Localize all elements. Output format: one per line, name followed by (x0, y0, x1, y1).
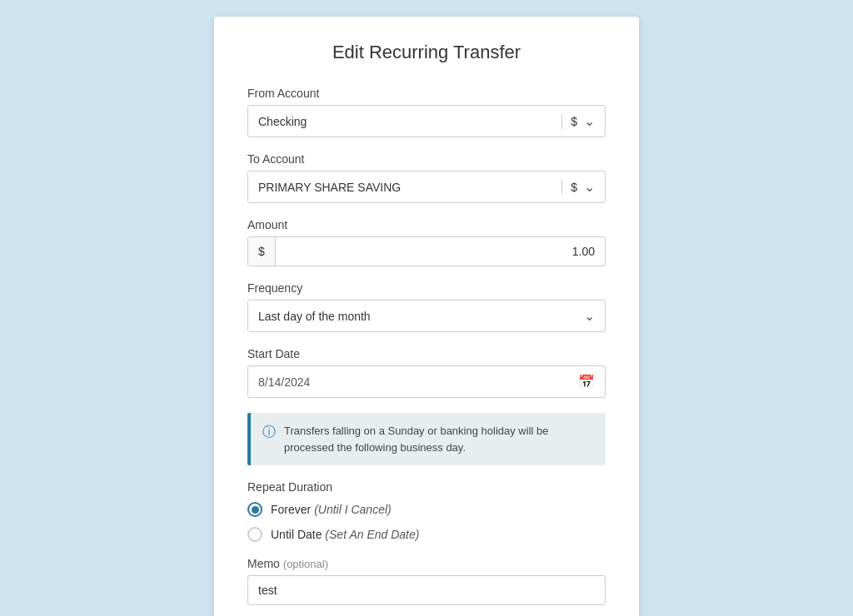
from-account-label: From Account (247, 87, 606, 100)
repeat-until-label: Until Date (Set An End Date) (271, 528, 419, 541)
calendar-icon[interactable]: 📅 (578, 374, 595, 390)
from-account-divider (561, 114, 562, 129)
amount-group: Amount $ (247, 218, 606, 266)
to-account-dollar: $ (571, 181, 577, 194)
from-account-chevron-icon: ⌄ (584, 113, 595, 129)
amount-label: Amount (247, 218, 606, 231)
frequency-select[interactable]: Last day of the month ⌄ (247, 300, 606, 332)
frequency-value: Last day of the month (258, 310, 584, 323)
to-account-group: To Account PRIMARY SHARE SAVING $ ⌄ (247, 152, 606, 203)
modal-title: Edit Recurring Transfer (247, 42, 606, 63)
edit-recurring-transfer-modal: Edit Recurring Transfer From Account Che… (214, 17, 639, 616)
from-account-dollar: $ (571, 115, 577, 128)
to-account-divider (561, 180, 562, 195)
info-box: ⓘ Transfers falling on a Sunday or banki… (247, 413, 606, 465)
from-account-value: Checking (258, 115, 553, 128)
start-date-label: Start Date (247, 347, 606, 360)
repeat-duration-group: Repeat Duration Forever (Until I Cancel)… (247, 480, 606, 542)
start-date-value: 8/14/2024 (258, 375, 578, 389)
to-account-value: PRIMARY SHARE SAVING (258, 181, 553, 194)
start-date-field[interactable]: 8/14/2024 📅 (247, 365, 606, 398)
memo-input[interactable] (247, 575, 606, 605)
frequency-label: Frequency (247, 281, 606, 295)
repeat-forever-label: Forever (Until I Cancel) (271, 503, 392, 516)
amount-dollar-symbol: $ (248, 237, 276, 266)
memo-label: Memo (optional) (247, 557, 606, 570)
to-account-label: To Account (247, 152, 606, 166)
start-date-group: Start Date 8/14/2024 📅 (247, 347, 606, 398)
amount-input[interactable] (276, 237, 605, 266)
to-account-select[interactable]: PRIMARY SHARE SAVING $ ⌄ (247, 171, 606, 203)
amount-field: $ (247, 236, 606, 266)
info-message: Transfers falling on a Sunday or banking… (284, 423, 594, 455)
memo-group: Memo (optional) (247, 557, 606, 605)
frequency-group: Frequency Last day of the month ⌄ (247, 281, 606, 332)
repeat-until-option[interactable]: Until Date (Set An End Date) (247, 527, 606, 542)
from-account-select[interactable]: Checking $ ⌄ (247, 105, 606, 137)
memo-optional: (optional) (283, 558, 328, 570)
repeat-duration-label: Repeat Duration (247, 480, 606, 494)
to-account-chevron-icon: ⌄ (584, 179, 595, 195)
info-icon: ⓘ (262, 424, 276, 441)
repeat-until-radio[interactable] (247, 527, 262, 542)
from-account-group: From Account Checking $ ⌄ (247, 87, 606, 137)
repeat-forever-option[interactable]: Forever (Until I Cancel) (247, 502, 606, 517)
repeat-forever-radio[interactable] (247, 502, 262, 517)
frequency-chevron-icon: ⌄ (584, 308, 595, 324)
